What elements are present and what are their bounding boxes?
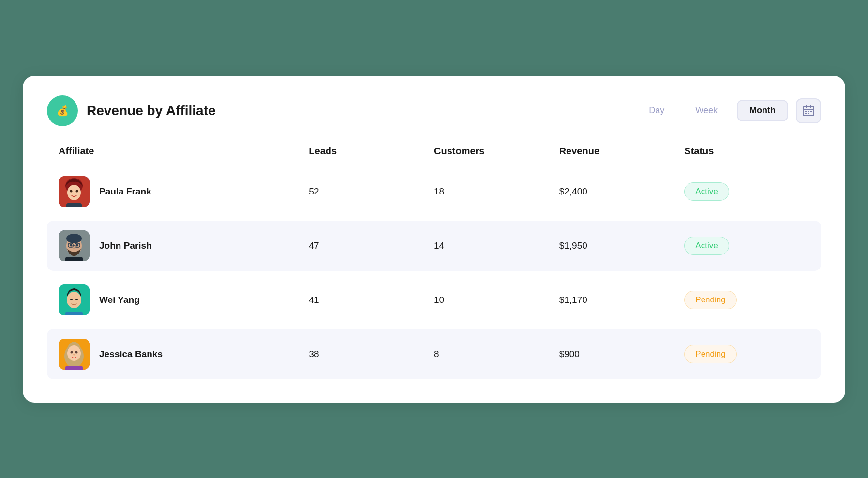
table-row: Jessica Banks 38 8 $900 Pending bbox=[47, 329, 821, 379]
svg-point-30 bbox=[75, 299, 78, 300]
table-row: John Parish 47 14 $1,950 Active bbox=[47, 221, 821, 271]
table-row: Paula Frank 52 18 $2,400 Active bbox=[47, 166, 821, 217]
svg-point-13 bbox=[67, 185, 81, 200]
header-right: Day Week Month bbox=[637, 98, 821, 123]
avatar bbox=[59, 176, 90, 207]
affiliate-cell: Paula Frank bbox=[59, 176, 309, 207]
svg-point-34 bbox=[67, 345, 81, 361]
svg-rect-31 bbox=[65, 312, 83, 315]
calendar-button[interactable] bbox=[796, 98, 821, 123]
revenue-value: $2,400 bbox=[559, 186, 685, 197]
col-header-status: Status bbox=[684, 146, 809, 157]
status-badge: Active bbox=[684, 182, 729, 201]
svg-point-22 bbox=[73, 247, 75, 249]
col-header-leads: Leads bbox=[309, 146, 434, 157]
main-card: 💰 Revenue by Affiliate Day Week Month bbox=[23, 76, 845, 403]
svg-rect-9 bbox=[805, 113, 807, 114]
table-header-row: Affiliate Leads Customers Revenue Status bbox=[47, 146, 821, 166]
affiliate-cell: John Parish bbox=[59, 230, 309, 261]
status-cell: Active bbox=[684, 237, 809, 255]
svg-rect-26 bbox=[65, 257, 83, 261]
affiliate-cell: Wei Yang bbox=[59, 284, 309, 315]
svg-rect-7 bbox=[808, 111, 809, 112]
page-title: Revenue by Affiliate bbox=[87, 103, 216, 119]
svg-rect-38 bbox=[65, 366, 83, 370]
svg-point-15 bbox=[76, 190, 78, 192]
col-header-revenue: Revenue bbox=[559, 146, 685, 157]
revenue-value: $1,170 bbox=[559, 295, 685, 305]
customers-value: 14 bbox=[434, 240, 559, 251]
day-filter-button[interactable]: Day bbox=[637, 101, 676, 120]
svg-rect-16 bbox=[66, 203, 82, 207]
leads-value: 52 bbox=[309, 186, 434, 197]
svg-point-36 bbox=[75, 351, 78, 353]
leads-value: 38 bbox=[309, 349, 434, 359]
status-badge: Active bbox=[684, 237, 729, 255]
revenue-value: $1,950 bbox=[559, 240, 685, 251]
svg-point-19 bbox=[66, 234, 82, 243]
col-header-affiliate: Affiliate bbox=[59, 146, 309, 157]
svg-text:💰: 💰 bbox=[57, 105, 69, 117]
header: 💰 Revenue by Affiliate Day Week Month bbox=[47, 95, 821, 126]
leads-value: 47 bbox=[309, 240, 434, 251]
affiliate-name: Wei Yang bbox=[99, 295, 140, 305]
avatar bbox=[59, 284, 90, 315]
month-filter-button[interactable]: Month bbox=[737, 100, 788, 121]
affiliate-name: Paula Frank bbox=[99, 186, 151, 197]
svg-rect-10 bbox=[808, 113, 809, 114]
customers-value: 8 bbox=[434, 349, 559, 359]
affiliate-name: John Parish bbox=[99, 240, 152, 251]
affiliate-cell: Jessica Banks bbox=[59, 339, 309, 370]
status-cell: Pending bbox=[684, 345, 809, 363]
svg-rect-6 bbox=[805, 111, 807, 112]
status-cell: Active bbox=[684, 182, 809, 201]
status-badge: Pending bbox=[684, 291, 736, 309]
affiliate-name: Jessica Banks bbox=[99, 349, 163, 359]
customers-value: 18 bbox=[434, 186, 559, 197]
affiliate-table: Affiliate Leads Customers Revenue Status bbox=[47, 146, 821, 379]
svg-point-28 bbox=[67, 292, 81, 308]
svg-point-29 bbox=[70, 299, 73, 300]
logo-icon: 💰 bbox=[47, 95, 78, 126]
avatar bbox=[59, 230, 90, 261]
svg-point-21 bbox=[76, 244, 78, 246]
week-filter-button[interactable]: Week bbox=[684, 101, 729, 120]
table-row: Wei Yang 41 10 $1,170 Pending bbox=[47, 275, 821, 325]
svg-point-35 bbox=[71, 351, 73, 353]
avatar bbox=[59, 339, 90, 370]
header-left: 💰 Revenue by Affiliate bbox=[47, 95, 216, 126]
status-cell: Pending bbox=[684, 291, 809, 309]
svg-rect-8 bbox=[810, 111, 812, 112]
leads-value: 41 bbox=[309, 295, 434, 305]
customers-value: 10 bbox=[434, 295, 559, 305]
svg-point-20 bbox=[70, 244, 73, 246]
status-badge: Pending bbox=[684, 345, 736, 363]
col-header-customers: Customers bbox=[434, 146, 559, 157]
svg-point-14 bbox=[70, 190, 73, 192]
svg-point-37 bbox=[73, 354, 75, 355]
revenue-value: $900 bbox=[559, 349, 685, 359]
